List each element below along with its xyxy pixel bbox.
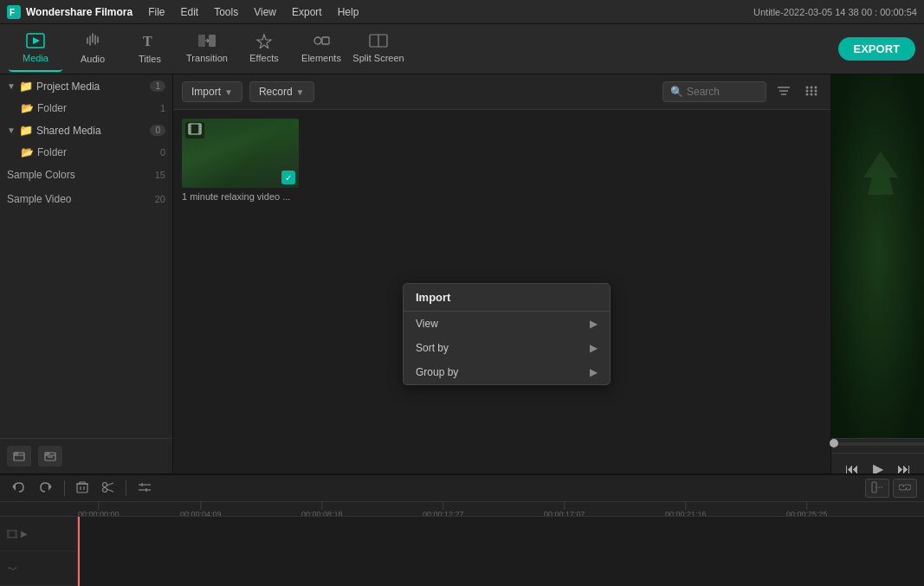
context-menu-item-view[interactable]: View ▶: [404, 312, 610, 336]
ruler-mark: 00:00:17:07: [544, 502, 585, 517]
redo-button[interactable]: [35, 480, 57, 498]
svg-point-26: [815, 93, 817, 95]
export-button[interactable]: EXPORT: [838, 37, 915, 61]
window-title: Untitle-2022-03-05 14 38 00 : 00:00:54: [753, 7, 917, 17]
preview-play-button[interactable]: ▶: [869, 459, 887, 473]
context-view-arrow-icon: ▶: [590, 318, 598, 330]
sidebar-item-project-folder[interactable]: 📂 Folder 1: [0, 98, 172, 119]
track-label-video: ▶: [0, 517, 77, 551]
tab-media[interactable]: Media: [9, 27, 62, 72]
preview-controls: ⏮ ▶ ⏭: [831, 453, 924, 473]
cut-button[interactable]: [98, 480, 119, 498]
tab-effects[interactable]: Effects: [237, 27, 291, 72]
record-arrow-icon: ▼: [296, 87, 305, 97]
svg-line-45: [107, 483, 113, 486]
delete-clip-button[interactable]: [72, 480, 93, 498]
menu-file[interactable]: File: [141, 4, 171, 20]
shared-media-count: 0: [150, 125, 165, 136]
tab-titles-label: Titles: [139, 54, 161, 64]
project-folder-count: 1: [160, 103, 165, 113]
new-folder-button[interactable]: [7, 446, 31, 467]
subfolder-icon: 📂: [21, 102, 34, 114]
svg-line-46: [107, 489, 113, 492]
import-dropdown[interactable]: Import ▼: [182, 81, 242, 102]
app-logo: F Wondershare Filmora: [7, 5, 132, 19]
sidebar-item-sample-video[interactable]: Sample Video 20: [0, 187, 172, 211]
sidebar-item-sample-colors[interactable]: Sample Colors 15: [0, 163, 172, 187]
import-arrow-icon: ▼: [224, 87, 233, 97]
tab-elements[interactable]: Elements: [294, 27, 348, 72]
record-dropdown[interactable]: Record ▼: [249, 81, 314, 102]
preview-panel: ⏮ ▶ ⏭: [830, 74, 924, 473]
main-content: ▼ 📁 Project Media 1 📂 Folder 1 ▼ 📁 Share…: [0, 74, 924, 473]
shared-media-label: Shared Media: [36, 125, 147, 137]
menu-bar: F Wondershare Filmora File Edit Tools Vi…: [0, 0, 924, 24]
filter-button[interactable]: [773, 83, 794, 101]
snap-icon-button[interactable]: [865, 479, 889, 498]
media-selected-check: ✓: [281, 171, 295, 184]
menu-tools[interactable]: Tools: [207, 4, 245, 20]
sidebar: ▼ 📁 Project Media 1 📂 Folder 1 ▼ 📁 Share…: [0, 74, 173, 473]
playhead-cursor[interactable]: [78, 517, 80, 586]
tab-splitscreen-label: Split Screen: [352, 53, 404, 63]
timeline-toolbar: [0, 475, 924, 502]
menu-help[interactable]: Help: [331, 4, 366, 20]
search-input[interactable]: [687, 86, 756, 98]
preview-progress-bar[interactable]: [831, 442, 924, 446]
sample-colors-label: Sample Colors: [7, 169, 75, 181]
track-label-audio: [0, 551, 77, 586]
preview-rewind-button[interactable]: ⏮: [842, 460, 863, 474]
timeline-tracks-area: [78, 517, 924, 586]
preview-forward-button[interactable]: ⏭: [894, 460, 914, 474]
context-menu-item-groupby[interactable]: Group by ▶: [404, 360, 610, 384]
timeline: 00:00:00:0000:00:04:0900:00:08:1800:00:1…: [0, 473, 924, 586]
sidebar-section-shared-media[interactable]: ▼ 📁 Shared Media 0: [0, 119, 172, 142]
svg-point-44: [103, 487, 107, 492]
tab-transition[interactable]: Transition: [180, 27, 234, 72]
svg-point-23: [815, 89, 817, 92]
chevron-down-icon: ▼: [7, 81, 16, 91]
tab-audio[interactable]: Audio: [66, 27, 120, 72]
preview-progress-handle[interactable]: [830, 439, 838, 448]
sidebar-footer: [0, 438, 172, 473]
video-frame-icon: [185, 122, 204, 138]
video-track-label: ▶: [21, 529, 28, 538]
menu-edit[interactable]: Edit: [173, 4, 205, 20]
context-menu: Import View ▶ Sort by ▶ Group by ▶: [403, 283, 611, 385]
main-toolbar: Media Audio T Titles Transition Effects …: [0, 24, 924, 74]
ruler-mark: 00:00:12:27: [423, 502, 464, 517]
elements-icon: [312, 33, 331, 51]
undo-button[interactable]: [7, 480, 29, 498]
context-menu-item-sortby[interactable]: Sort by ▶: [404, 336, 610, 360]
menu-view[interactable]: View: [247, 4, 283, 20]
preview-tree-icon: [859, 147, 902, 199]
svg-point-25: [811, 93, 813, 95]
grid-view-button[interactable]: [801, 83, 822, 101]
svg-text:F: F: [10, 8, 15, 17]
media-item-0[interactable]: ✓ 1 minute relaxing video ...: [182, 119, 303, 202]
ruler-mark: 00:00:04:09: [180, 502, 222, 517]
sidebar-section-project-media[interactable]: ▼ 📁 Project Media 1: [0, 74, 172, 98]
sidebar-item-shared-folder[interactable]: 📂 Folder 0: [0, 142, 172, 163]
toolbar-separator-2: [126, 480, 126, 496]
media-panel: Import ▼ Record ▼ 🔍: [173, 74, 830, 473]
audio-settings-button[interactable]: [133, 480, 156, 498]
remove-item-button[interactable]: [38, 446, 62, 467]
timeline-body: ▶: [0, 517, 924, 586]
toolbar-separator-1: [64, 480, 65, 496]
preview-bg: [831, 74, 924, 438]
link-icon-button[interactable]: [893, 479, 917, 498]
tab-elements-label: Elements: [301, 53, 341, 63]
context-groupby-label: Group by: [416, 366, 458, 378]
svg-marker-3: [33, 37, 40, 44]
context-view-label: View: [416, 318, 438, 330]
app-name: Wondershare Filmora: [26, 6, 132, 18]
tab-splitscreen[interactable]: Split Screen: [352, 27, 405, 72]
menu-export[interactable]: Export: [285, 4, 329, 20]
svg-rect-6: [209, 35, 216, 47]
chevron-down-icon-2: ▼: [7, 126, 16, 135]
tab-titles[interactable]: T Titles: [123, 27, 177, 72]
svg-point-20: [815, 86, 817, 88]
folder-icon: 📁: [19, 80, 33, 93]
svg-point-21: [806, 89, 809, 92]
